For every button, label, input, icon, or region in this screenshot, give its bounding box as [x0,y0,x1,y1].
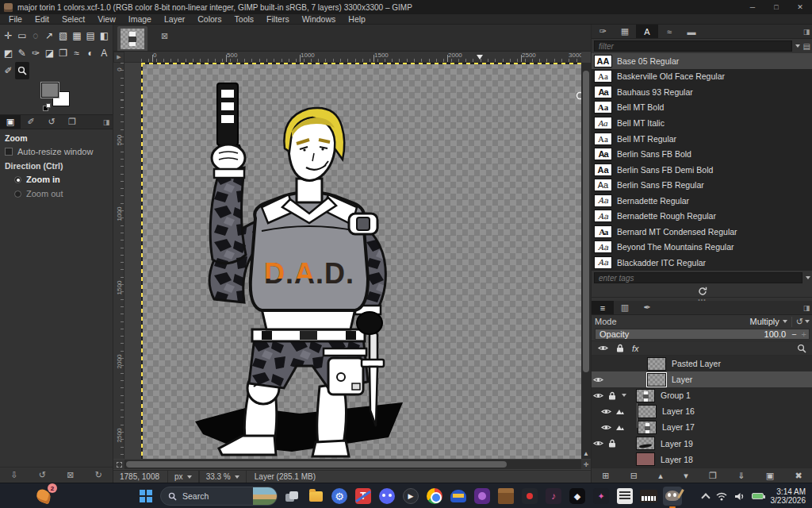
font-list-item[interactable]: AaBaskerville Old Face Regular [592,69,812,85]
lower-layer-button[interactable]: ▾ [684,471,688,481]
horizontal-scrollbar[interactable] [124,460,581,469]
font-list-item[interactable]: AaBauhaus 93 Regular [592,84,812,100]
file-explorer-button[interactable] [306,487,325,506]
discord-button[interactable] [377,487,396,506]
restore-preset-icon[interactable]: ↺ [39,470,46,480]
smudge-tool[interactable]: ≈ [70,44,83,62]
visibility-icon[interactable] [601,424,611,431]
font-list-item[interactable]: AaBell MT Regular [592,131,812,147]
battery-icon[interactable] [752,493,764,499]
default-colors-icon[interactable] [43,103,51,111]
crop-tool[interactable]: ▧ [56,27,70,44]
minimize-button[interactable]: ─ [741,0,764,14]
recorder-app-button[interactable] [520,487,539,506]
clone-tool[interactable]: ❐ [56,44,70,62]
raise-layer-button[interactable]: ▴ [658,471,663,481]
layer-thumbnail[interactable] [636,437,655,450]
zoom-dropdown[interactable]: 33.3 % [199,471,247,483]
layer-name[interactable]: Layer 16 [662,406,695,416]
tab-palettes[interactable]: ▬ [680,25,703,38]
visibility-icon[interactable] [593,392,603,399]
tab-layers[interactable]: ≡ [592,301,614,314]
dock-menu-icon[interactable]: ◨ [800,25,812,38]
layer-thumbnail[interactable] [638,421,657,434]
ruler-corner-menu[interactable]: ▶ [113,52,124,63]
font-list-item[interactable]: AaBlackadder ITC Regular [592,255,812,271]
font-filter-input[interactable] [594,40,792,52]
tab-images[interactable]: ❐ [62,115,82,129]
tab-undo-history[interactable]: ↺ [41,115,62,129]
move-tool[interactable]: ✛ [2,27,15,44]
save-preset-icon[interactable]: ⇩ [10,470,17,480]
tab-paths[interactable]: ✒ [636,301,658,314]
game-app-button[interactable] [496,487,515,506]
close-button[interactable]: ✕ [788,0,812,14]
font-view-icon[interactable]: ▤ [803,42,810,51]
tab-tool-options[interactable]: ▣ [0,115,21,129]
visibility-icon[interactable] [598,344,608,352]
daw-app-button[interactable] [615,487,634,506]
opacity-increase[interactable]: + [799,329,809,339]
radio-icon[interactable] [14,176,21,183]
menu-edit[interactable]: Edit [29,14,55,24]
menu-filters[interactable]: Filters [261,14,295,24]
menu-help[interactable]: Help [343,14,371,24]
vertical-scrollbar-thumb[interactable] [583,71,589,372]
start-button[interactable] [136,487,155,506]
font-list-item[interactable]: AaBernard MT Condensed Regular [592,224,812,240]
reset-tool-icon[interactable]: ↻ [95,470,102,480]
obsidian-app-button[interactable]: ◆ [568,487,587,506]
unit-dropdown[interactable]: px [167,471,199,483]
zoom-tool[interactable] [15,62,29,79]
paint-app-button[interactable]: ✦ [592,487,611,506]
tab-channels[interactable]: ▥ [614,301,636,314]
layer-name[interactable]: Layer [672,375,692,384]
chevron-down-icon[interactable] [806,276,810,279]
wifi-icon[interactable] [716,492,727,501]
clock[interactable]: 3:14 AM 3/23/2026 [771,487,806,505]
rectangle-select-tool[interactable]: ▭ [15,27,29,44]
mask-layer-button[interactable]: ▣ [766,471,774,481]
lock-icon[interactable] [616,344,624,352]
font-list-item[interactable]: AaBerlin Sans FB Regular [592,177,812,193]
horizontal-scrollbar-thumb[interactable] [126,461,507,468]
settings-button[interactable]: ⚙ [330,487,349,506]
link-icon[interactable] [615,424,624,431]
dock-menu-icon[interactable]: ◨ [800,301,812,314]
layer-row[interactable]: Layer 17 [592,419,812,435]
layer-name[interactable]: Group 1 [661,391,691,400]
layer-row[interactable]: Layer 18 [592,452,812,468]
tab-close-icon[interactable]: ⊠ [161,31,168,41]
search-layers-icon[interactable] [797,344,806,353]
refresh-icon[interactable] [698,287,707,296]
color-picker-tool[interactable]: ✐ [2,62,15,79]
new-layer-button[interactable]: ⊞ [602,471,609,481]
visibility-icon[interactable] [593,376,603,383]
foreground-color-swatch[interactable] [41,83,59,98]
expander-icon[interactable] [622,394,626,397]
tab-fonts[interactable]: A [636,25,658,38]
vertical-ruler[interactable]: 0 500 1000 1500 2000 2500 [113,63,124,459]
menu-windows[interactable]: Windows [297,14,342,24]
zoom-in-radio-row[interactable]: Zoom in [14,175,108,184]
layer-group-row[interactable]: Group 1 [592,387,812,403]
horizontal-ruler[interactable]: 0 500 1000 1500 2000 2500 3000 [124,52,581,63]
font-list-item[interactable]: AaBell MT Bold [592,100,812,116]
lock-icon[interactable] [608,391,616,400]
fx-label[interactable]: fx [632,344,639,353]
link-icon[interactable] [615,408,624,415]
zoom-out-radio-row[interactable]: Zoom out [14,189,108,198]
free-select-tool[interactable]: ◌ [29,27,43,44]
delete-preset-icon[interactable]: ⊠ [67,470,74,480]
font-list-item[interactable]: AaBerlin Sans FB Demi Bold [592,162,812,178]
layer-name[interactable]: Layer 19 [661,439,693,448]
bucket-fill-tool[interactable]: ◩ [2,44,15,62]
new-group-button[interactable]: ⊟ [630,471,638,481]
auto-resize-checkbox-row[interactable]: Auto-resize window [5,147,108,156]
scroll-up-icon[interactable]: ▲ [583,450,589,457]
radio-icon[interactable] [14,190,21,198]
media-player-button[interactable]: ▶ [401,487,420,506]
handle-transform-tool[interactable]: ▤ [84,27,98,44]
music-app-button[interactable]: ♪ [544,487,563,506]
opacity-decrease[interactable]: − [789,329,799,339]
